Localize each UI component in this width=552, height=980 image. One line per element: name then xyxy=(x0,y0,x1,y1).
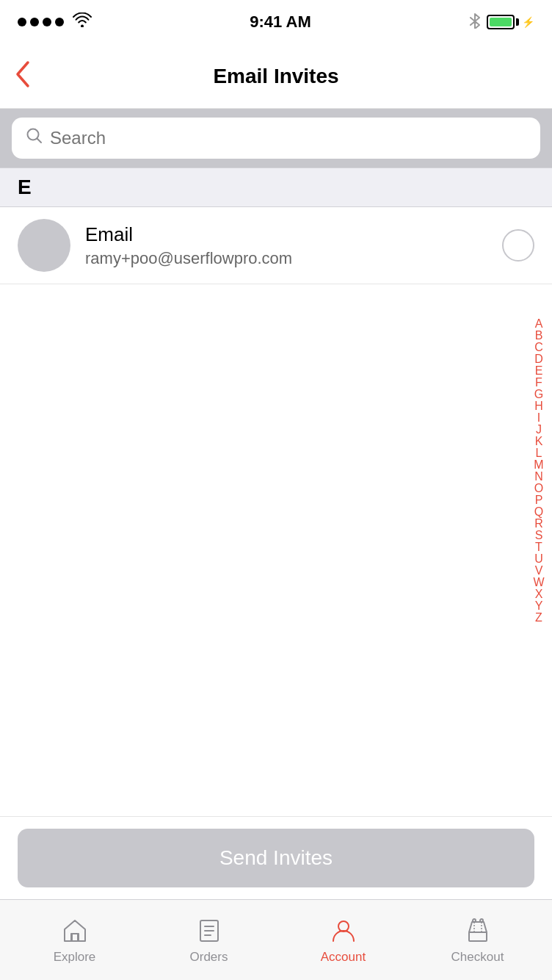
status-time: 9:41 AM xyxy=(250,12,311,32)
contact-info: Email ramy+poo@userflowpro.com xyxy=(85,223,487,268)
svg-rect-1 xyxy=(72,934,78,941)
tab-bar: Explore Orders Account xyxy=(0,899,552,980)
back-button[interactable] xyxy=(15,60,31,93)
tab-orders-label: Orders xyxy=(190,950,228,965)
dot3 xyxy=(43,18,51,26)
alpha-z[interactable]: Z xyxy=(535,612,542,624)
alpha-o[interactable]: O xyxy=(534,483,543,494)
nav-header: Email Invites xyxy=(0,44,552,109)
bluetooth-icon xyxy=(469,12,481,32)
tab-orders[interactable]: Orders xyxy=(142,909,276,972)
alpha-w[interactable]: W xyxy=(533,577,544,588)
alpha-g[interactable]: G xyxy=(534,389,543,400)
wifi-icon xyxy=(73,12,92,32)
section-header-e: E xyxy=(0,167,552,207)
alpha-a[interactable]: A xyxy=(535,318,543,330)
alpha-f[interactable]: F xyxy=(535,377,542,389)
contact-name: Email xyxy=(85,223,487,246)
alpha-i[interactable]: I xyxy=(537,412,540,424)
alpha-d[interactable]: D xyxy=(534,353,543,365)
tab-explore[interactable]: Explore xyxy=(7,909,142,972)
tab-checkout-label: Checkout xyxy=(451,950,504,965)
orders-icon xyxy=(195,916,224,945)
alpha-b[interactable]: B xyxy=(535,330,543,342)
alpha-k[interactable]: K xyxy=(535,436,543,447)
account-icon xyxy=(329,916,358,945)
status-bar: 9:41 AM ⚡ xyxy=(0,0,552,44)
alpha-s[interactable]: S xyxy=(535,530,543,541)
dot4 xyxy=(55,18,64,26)
alpha-v[interactable]: V xyxy=(535,565,543,577)
send-invites-button[interactable]: Send Invites xyxy=(18,829,534,887)
alpha-n[interactable]: N xyxy=(534,471,543,483)
contact-email: ramy+poo@userflowpro.com xyxy=(85,249,487,268)
table-row: Email ramy+poo@userflowpro.com xyxy=(0,207,552,284)
contact-list: Email ramy+poo@userflowpro.com xyxy=(0,207,552,284)
svg-rect-4 xyxy=(469,932,487,941)
alpha-q[interactable]: Q xyxy=(534,506,543,518)
avatar xyxy=(18,219,70,272)
alpha-c[interactable]: C xyxy=(534,342,543,353)
status-right: ⚡ xyxy=(469,12,534,32)
charging-icon: ⚡ xyxy=(522,16,534,28)
send-invites-container: Send Invites xyxy=(0,816,552,899)
svg-point-5 xyxy=(473,919,476,922)
alpha-j[interactable]: J xyxy=(536,424,542,436)
alpha-l[interactable]: L xyxy=(536,447,542,459)
tab-account-label: Account xyxy=(321,950,366,965)
section-letter: E xyxy=(18,176,32,198)
tab-checkout[interactable]: Checkout xyxy=(410,909,545,972)
tab-account[interactable]: Account xyxy=(276,909,410,972)
alpha-e[interactable]: E xyxy=(535,365,543,377)
home-icon xyxy=(60,916,90,945)
search-input[interactable] xyxy=(50,128,526,148)
checkout-icon xyxy=(463,916,493,945)
signal-dots xyxy=(18,18,64,26)
status-left xyxy=(18,12,92,32)
search-icon xyxy=(26,128,43,148)
tab-explore-label: Explore xyxy=(54,950,96,965)
dot1 xyxy=(18,18,26,26)
alpha-p[interactable]: P xyxy=(535,494,543,506)
content-area: E Email ramy+poo@userflowpro.com A B C D… xyxy=(0,167,552,284)
battery: ⚡ xyxy=(487,15,534,29)
dot2 xyxy=(30,18,39,26)
alpha-x[interactable]: X xyxy=(535,588,543,600)
page-title: Email Invites xyxy=(213,65,338,88)
alpha-t[interactable]: T xyxy=(535,541,542,553)
alpha-u[interactable]: U xyxy=(534,553,543,565)
alpha-h[interactable]: H xyxy=(534,400,543,412)
search-bar xyxy=(12,118,540,159)
alpha-r[interactable]: R xyxy=(534,518,543,530)
svg-point-3 xyxy=(338,921,349,932)
search-container xyxy=(0,109,552,167)
alpha-y[interactable]: Y xyxy=(535,600,543,612)
contact-select-button[interactable] xyxy=(502,229,534,262)
svg-point-6 xyxy=(480,919,483,922)
alpha-m[interactable]: M xyxy=(534,459,543,471)
